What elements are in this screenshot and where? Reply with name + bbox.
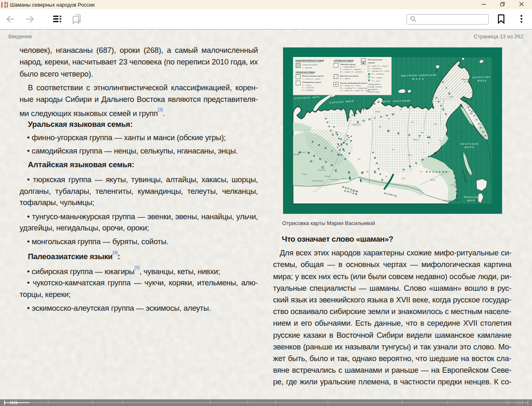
svg-text:М: М: [465, 146, 466, 149]
svg-text:О: О: [403, 74, 405, 77]
svg-text:Р: Р: [316, 96, 317, 98]
svg-text:13: 13: [392, 149, 394, 151]
svg-text:Тунгусо-маньчжурская группа: Тунгусо-маньчжурская группа: [340, 82, 367, 84]
svg-text:Ы: Ы: [427, 135, 431, 139]
svg-text:С: С: [419, 74, 421, 77]
svg-text:В: В: [307, 97, 308, 99]
svg-text:Р: Р: [453, 173, 456, 175]
svg-text:14: 14: [428, 142, 430, 144]
svg-text:Магадан: Магадан: [453, 127, 460, 129]
svg-text:10,23: 10,23: [408, 104, 412, 106]
svg-text:27 — кеты: 27 — кеты: [372, 80, 380, 82]
svg-text:О: О: [409, 74, 411, 77]
svg-text:14: 14: [411, 121, 414, 123]
svg-text:народы: народы: [368, 62, 375, 64]
svg-text:И: И: [421, 74, 423, 77]
svg-text:* Народы Алтая:: * Народы Алтая:: [367, 83, 381, 85]
svg-text:У: У: [429, 171, 431, 173]
svg-text:2 — ханты, 3 — манси: 2 — ханты, 3 — манси: [302, 78, 320, 80]
svg-text:Омск: Омск: [303, 173, 307, 175]
svg-text:А: А: [332, 101, 333, 104]
svg-text:О: О: [415, 74, 416, 77]
svg-text:20 — чукчи, 21 — коряки,: 20 — чукчи, 21 — коряки,: [367, 65, 388, 67]
svg-text:Палеоазиатские: Палеоазиатские: [368, 59, 383, 61]
svg-text:И: И: [361, 171, 364, 175]
svg-text:И: И: [456, 195, 459, 197]
svg-text:Красноярск: Красноярск: [342, 178, 352, 180]
svg-text:Р: Р: [419, 78, 421, 80]
svg-text:М: М: [467, 200, 469, 202]
svg-text:Б: Б: [294, 97, 296, 99]
svg-text:Е: Е: [477, 143, 478, 145]
svg-text:С: С: [405, 74, 406, 77]
svg-text:Томск: Томск: [325, 175, 330, 177]
svg-text:Е: Е: [446, 171, 447, 173]
svg-text:П: П: [397, 100, 399, 102]
svg-text:О: О: [480, 79, 482, 82]
svg-text:8 — хакасы, 9 — тувинцы,: 8 — хакасы, 9 — тувинцы,: [340, 68, 361, 70]
svg-text:Е: Е: [300, 97, 301, 99]
svg-text:Е: Е: [318, 96, 319, 98]
svg-text:1,14: 1,14: [408, 154, 411, 156]
svg-text:10: 10: [400, 109, 402, 111]
svg-text:С: С: [429, 74, 431, 76]
svg-text:Р: Р: [426, 171, 428, 173]
svg-text:Б: Б: [423, 74, 424, 77]
svg-text:Тюмень: Тюмень: [300, 151, 306, 153]
svg-text:Камчатский: Камчатский: [456, 132, 465, 134]
svg-text:23 — юкагиры, 24 — нивхи: 23 — юкагиры, 24 — нивхи: [367, 70, 389, 72]
svg-text:О: О: [340, 101, 341, 103]
svg-text:Е: Е: [305, 97, 306, 99]
svg-text:1,14: 1,14: [420, 131, 424, 134]
svg-text:5 — нганасаны,: 5 — нганасаны,: [302, 87, 315, 89]
svg-text:К: К: [348, 171, 350, 174]
svg-text:22: 22: [471, 92, 473, 94]
svg-text:О: О: [384, 100, 386, 103]
svg-text:Анадырь: Анадырь: [463, 78, 470, 80]
svg-text:Монгольская группа: Монгольская группа: [340, 75, 359, 77]
svg-text:4,6: 4,6: [358, 158, 360, 160]
svg-text:Кемерово: Кемерово: [331, 178, 340, 181]
svg-text:С: С: [470, 143, 471, 145]
svg-text:Р: Р: [298, 97, 299, 99]
svg-text:15: 15: [420, 171, 422, 173]
svg-text:О: О: [469, 200, 471, 202]
svg-text:Владивосток: Владивосток: [444, 199, 455, 201]
svg-text:16,19: 16,19: [431, 179, 435, 181]
svg-text:17 — орочи, 18 — ороки, 19 — у: 17 — орочи, 18 — ороки, 19 — ульчи: [340, 89, 370, 92]
svg-text:К: К: [473, 196, 475, 198]
svg-text:Тюркская группа: Тюркская группа: [340, 63, 355, 65]
svg-text:П: П: [466, 196, 467, 198]
svg-text:18: 18: [366, 171, 368, 173]
svg-text:Хабаровск: Хабаровск: [451, 184, 460, 186]
svg-text:М: М: [412, 78, 414, 80]
svg-text:Диксон: Диксон: [340, 107, 346, 109]
svg-text:Славянская группа: Славянская группа: [302, 64, 318, 66]
svg-text:О: О: [485, 76, 486, 78]
svg-text:М: М: [478, 79, 479, 82]
svg-text:Н: Н: [480, 76, 482, 78]
svg-text:1 — русские: 1 — русские: [302, 67, 313, 69]
svg-text:13 — эвенки, 14 — эвены,: 13 — эвенки, 14 — эвены,: [340, 84, 361, 87]
svg-text:Новосибирск: Новосибирск: [313, 180, 323, 182]
svg-text:кумандинцы,: кумандинцы,: [367, 88, 378, 90]
svg-text:15 — нанайцы, 16 — негидальцы,: 15 — нанайцы, 16 — негидальцы,: [340, 87, 367, 89]
svg-text:АЛТАЙСКАЯ СЕМЬЯ: АЛТАЙСКАЯ СЕМЬЯ: [334, 59, 354, 62]
svg-text:Якутск: Якутск: [414, 139, 419, 141]
svg-text:УРАЛЬСКАЯ СЕМЬЯ: УРАЛЬСКАЯ СЕМЬЯ: [296, 72, 315, 74]
svg-text:40: 40: [379, 126, 381, 128]
svg-text:М: М: [382, 100, 384, 103]
svg-text:О: О: [468, 196, 469, 198]
svg-text:25 — эскимосы: 25 — эскимосы: [372, 73, 384, 75]
svg-text:С: С: [335, 101, 337, 104]
svg-text:Финно-угорская группа: Финно-угорская группа: [302, 75, 324, 77]
svg-text:О: О: [433, 74, 434, 76]
svg-text:Р: Р: [471, 200, 473, 202]
svg-text:И: И: [442, 171, 444, 173]
svg-text:О: О: [461, 143, 462, 145]
svg-text:О: О: [475, 196, 477, 198]
svg-text:А: А: [395, 100, 397, 102]
svg-text:В: В: [404, 99, 406, 102]
svg-text:О: О: [348, 100, 350, 102]
svg-text:Р: Р: [427, 74, 429, 76]
